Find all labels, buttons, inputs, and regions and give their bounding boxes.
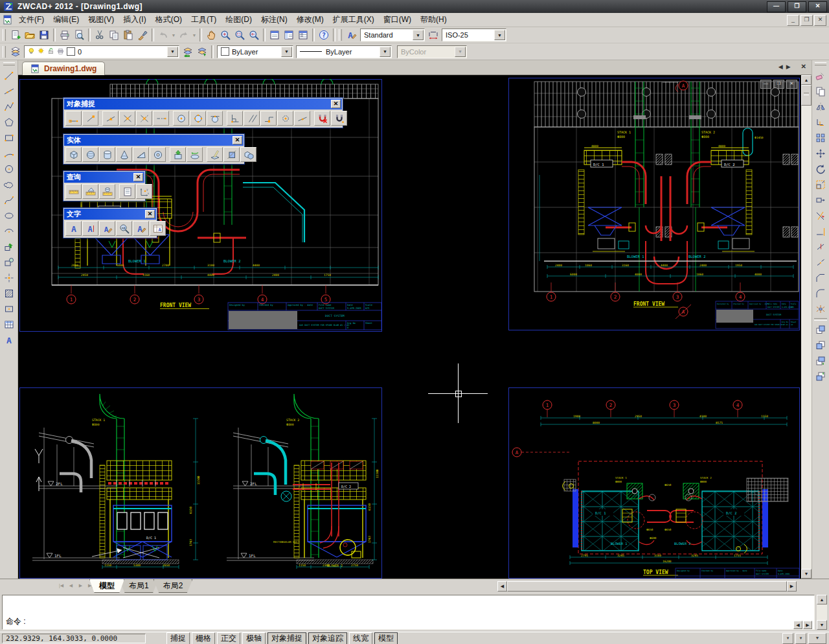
combo-arrow-icon[interactable]: ▼ (281, 47, 292, 57)
menu-edit[interactable]: 编辑(E) (49, 13, 84, 27)
single-line-text-button[interactable]: A (82, 221, 98, 236)
cut-button[interactable] (93, 28, 107, 42)
status-menu-icon[interactable]: ▼ (808, 633, 826, 644)
mdi-minimize-icon[interactable]: _ (787, 15, 799, 26)
paste-button[interactable] (121, 28, 135, 42)
new-button[interactable] (8, 28, 23, 42)
menu-express[interactable]: 扩展工具(X) (328, 13, 379, 27)
toggle-model[interactable]: 模型 (374, 632, 398, 644)
trim-button[interactable] (813, 208, 828, 224)
toggle-ortho[interactable]: 正交 (217, 632, 240, 644)
scroll-down-icon[interactable]: ▼ (801, 569, 812, 579)
scale-text-button[interactable]: A (150, 221, 166, 236)
redo-dropdown-icon[interactable]: ▼ (191, 28, 198, 42)
table-button[interactable] (1, 317, 17, 332)
tab-scroll-right-icon[interactable]: ▶ (786, 63, 791, 70)
restore-icon[interactable]: ❐ (788, 1, 806, 12)
locate-point-button[interactable]: yx (136, 184, 152, 199)
pan-button[interactable] (204, 28, 218, 42)
area-button[interactable] (82, 184, 98, 199)
toolbar-grip[interactable] (3, 62, 15, 65)
snap-none-button[interactable] (314, 111, 330, 126)
menu-draw[interactable]: 绘图(D) (221, 13, 256, 27)
line-button[interactable] (1, 68, 17, 84)
extrude-button[interactable] (170, 147, 186, 162)
status-extra-button[interactable]: ▾ (782, 633, 793, 644)
toggle-osnap[interactable]: 对象捕捉 (267, 632, 306, 644)
copy-object-button[interactable] (813, 84, 828, 99)
toolbar-grip[interactable] (3, 46, 6, 58)
erase-button[interactable] (813, 68, 828, 84)
open-button[interactable] (23, 28, 37, 42)
vertical-scrollbar[interactable]: ▲ ▼ (801, 75, 812, 579)
torus-button[interactable] (150, 147, 166, 162)
scroll-right-icon[interactable]: ▶ (787, 581, 797, 592)
slice-button[interactable] (207, 147, 223, 162)
toggle-lineweight[interactable]: 线宽 (349, 632, 372, 644)
box-button[interactable] (65, 147, 82, 162)
mdi-restore-icon[interactable]: ❐ (801, 15, 813, 26)
rotate-button[interactable] (813, 161, 828, 177)
cylinder-button[interactable] (99, 147, 115, 162)
redo-button[interactable] (177, 28, 191, 42)
circle-button[interactable] (1, 161, 17, 177)
undo-button[interactable] (156, 28, 170, 42)
construction-line-button[interactable] (1, 84, 17, 99)
snap-apparent-intersection-button[interactable] (136, 111, 152, 126)
vertical-scrollbar-thumb[interactable] (801, 85, 812, 106)
dim-style-combobox[interactable]: ISO-25 ▼ (442, 29, 506, 41)
arc-button[interactable] (1, 146, 17, 161)
close-icon[interactable]: ✕ (331, 100, 341, 108)
revision-cloud-button[interactable] (1, 177, 17, 192)
explode-button[interactable] (813, 301, 828, 317)
insert-block-button[interactable] (1, 239, 17, 255)
snap-node-button[interactable] (277, 111, 293, 126)
cmd-scroll-down-icon[interactable]: ▼ (817, 620, 827, 630)
document-tab[interactable]: Drawing1.dwg (22, 62, 105, 75)
layer-combobox[interactable]: 0 ▼ (24, 45, 179, 58)
snap-center-button[interactable] (173, 111, 189, 126)
inquiry-toolbar-titlebar[interactable]: 查询 ✕ (64, 172, 144, 183)
multiline-text-button[interactable]: A (65, 221, 82, 236)
snap-midpoint-button[interactable] (102, 111, 119, 126)
hatch-button[interactable] (1, 286, 17, 301)
tab-model[interactable]: 模型 (89, 579, 124, 593)
command-scrollbar[interactable]: ▲ ▼ (817, 595, 827, 630)
wedge-button[interactable] (133, 147, 149, 162)
tab-prev-icon[interactable]: ◀ (67, 581, 75, 590)
snap-quadrant-button[interactable] (190, 111, 206, 126)
region-button[interactable] (1, 301, 17, 317)
snap-nearest-button[interactable] (294, 111, 310, 126)
menu-tools[interactable]: 工具(T) (187, 13, 221, 27)
snap-parallel-button[interactable] (244, 111, 260, 126)
tab-layout2[interactable]: 布局2 (153, 579, 193, 593)
scroll-up-icon[interactable]: ▲ (801, 75, 812, 85)
horizontal-scrollbar-thumb[interactable] (507, 581, 787, 592)
snap-perpendicular-button[interactable] (227, 111, 243, 126)
polyline-button[interactable] (1, 99, 17, 115)
menu-insert[interactable]: 插入(I) (119, 13, 150, 27)
snap-endpoint-button[interactable] (82, 111, 98, 126)
edit-text-button[interactable]: A (99, 221, 115, 236)
stretch-button[interactable] (813, 192, 828, 208)
distance-button[interactable] (65, 184, 82, 199)
tab-layout1[interactable]: 布局1 (119, 579, 159, 593)
text-style-button[interactable]: A (133, 221, 149, 236)
linetype-combobox[interactable]: ByLayer ▼ (296, 45, 392, 58)
scroll-left-icon[interactable]: ◀ (497, 581, 507, 592)
text-style-combobox[interactable]: Standard ▼ (360, 29, 425, 41)
send-to-back-button[interactable] (813, 338, 828, 353)
mdi-close-icon[interactable]: ✕ (814, 15, 826, 26)
menu-modify[interactable]: 修改(M) (292, 13, 328, 27)
print-preview-button[interactable] (72, 28, 86, 42)
offset-button[interactable] (813, 115, 828, 130)
rectangle-button[interactable] (1, 130, 17, 146)
minimize-icon[interactable]: — (767, 1, 786, 12)
menu-help[interactable]: 帮助(H) (416, 13, 451, 27)
combo-arrow-icon[interactable]: ▼ (413, 30, 424, 40)
toggle-polar[interactable]: 极轴 (242, 632, 266, 644)
horizontal-scrollbar[interactable]: ◀ ▶ (497, 581, 797, 592)
cmd-scroll-up-icon[interactable]: ▲ (817, 595, 827, 604)
help-button[interactable]: ? (317, 28, 331, 42)
close-icon[interactable]: ✕ (808, 1, 827, 12)
